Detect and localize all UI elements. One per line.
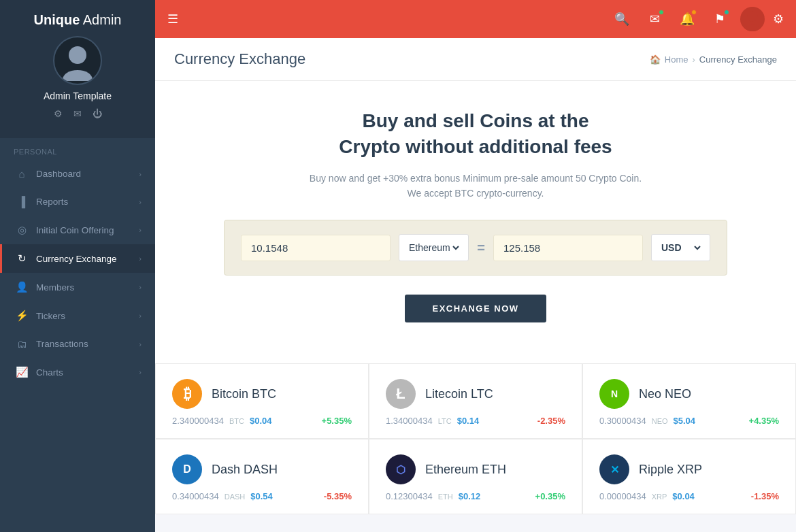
sidebar-item-label: Currency Exchange <box>36 254 117 264</box>
sidebar-section-personal: PERSONAL <box>0 138 155 160</box>
coin-card-header: D Dash DASH <box>172 454 352 484</box>
page-content: Currency Exchange 🏠 Home › Currency Exch… <box>155 38 796 532</box>
flag-button[interactable]: ⚑ <box>708 7 732 31</box>
search-icon: 🔍 <box>614 12 629 27</box>
chevron-right-icon: › <box>139 254 142 263</box>
sidebar-item-members[interactable]: 👤 Members › <box>0 273 155 301</box>
flag-icon: ⚑ <box>714 12 725 27</box>
notifications-button[interactable]: 🔔 <box>675 7 699 31</box>
coin-ticker: NEO <box>652 417 668 425</box>
user-actions: ⚙ ✉ ⏻ <box>11 108 144 119</box>
charts-icon: 📈 <box>16 366 28 378</box>
coin-price: $0.14 <box>457 416 480 426</box>
exchange-widget: Ethereum Bitcoin Litecoin Dash NEO Rippl… <box>224 220 727 276</box>
coin-ticker: DASH <box>225 493 246 501</box>
mail-icon[interactable]: ✉ <box>73 108 82 119</box>
coin-stats: 0.00000434 XRP $0.04 -1.35% <box>599 491 779 501</box>
user-avatar[interactable] <box>740 7 765 31</box>
brand-title: Unique Admin <box>11 12 144 28</box>
flag-badge <box>724 10 729 15</box>
sidebar-brand: Unique Admin Admin Template ⚙ ✉ ⏻ <box>0 0 155 138</box>
sidebar-item-charts[interactable]: 📈 Charts › <box>0 358 155 386</box>
sidebar-item-transactions[interactable]: 🗂 Transactions › <box>0 330 155 358</box>
coin-change: -5.35% <box>324 491 352 501</box>
mail-badge <box>659 10 664 15</box>
coin-card-dash: D Dash DASH 0.34000434 DASH $0.54 -5.35% <box>155 439 369 514</box>
result-input[interactable] <box>493 235 643 261</box>
sidebar-item-currency-exchange[interactable]: ↻ Currency Exchange › <box>0 244 155 273</box>
coin-stats: 0.30000434 NEO $5.04 +4.35% <box>599 416 779 426</box>
coin-change: -1.35% <box>751 491 779 501</box>
coin-card-header: ₿ Bitcoin BTC <box>172 379 352 409</box>
amount-input[interactable] <box>241 235 391 261</box>
sidebar-item-tickers[interactable]: ⚡ Tickers › <box>0 301 155 330</box>
coin-ticker: BTC <box>229 417 244 425</box>
chevron-right-icon: › <box>139 312 142 320</box>
coin-price: $0.04 <box>250 416 272 426</box>
breadcrumb-separator: › <box>692 54 695 65</box>
breadcrumb-home[interactable]: Home <box>665 54 689 65</box>
coin-price: $0.04 <box>672 491 695 501</box>
exchange-icon: ↻ <box>16 252 28 265</box>
page-title: Currency Exchange <box>174 50 305 68</box>
coin-amount: 0.12300434 <box>386 491 433 501</box>
coin-card-ltc: Ł Litecoin LTC 1.34000434 LTC $0.14 -2.3… <box>369 363 582 439</box>
ltc-icon: Ł <box>386 379 416 409</box>
sidebar-item-label: Initial Coin Offering <box>36 225 114 235</box>
coin-ticker: LTC <box>438 417 452 425</box>
neo-icon: N <box>599 379 629 409</box>
power-icon[interactable]: ⏻ <box>93 108 102 119</box>
sidebar-item-reports[interactable]: ▐ Reports › <box>0 188 155 216</box>
coin-stats: 0.12300434 ETH $0.12 +0.35% <box>386 491 565 501</box>
chevron-right-icon: › <box>139 170 142 178</box>
notifications-badge <box>691 10 697 15</box>
coin-card-header: Ł Litecoin LTC <box>386 379 565 409</box>
chevron-right-icon: › <box>139 368 142 376</box>
sidebar-item-label: Transactions <box>36 339 88 349</box>
exchange-now-button[interactable]: EXCHANGE NOW <box>405 295 546 322</box>
coin-card-header: ✕ Ripple XRP <box>599 454 779 484</box>
settings-icon[interactable]: ⚙ <box>54 108 63 119</box>
home-icon: ⌂ <box>16 168 28 180</box>
equals-sign: = <box>477 240 485 256</box>
coin-stats: 0.34000434 DASH $0.54 -5.35% <box>172 491 352 501</box>
hero-area: Buy and sell Coins at theCrypto without … <box>155 81 796 514</box>
members-icon: 👤 <box>16 281 28 293</box>
coin-name: Litecoin LTC <box>425 387 493 401</box>
coin-card-btc: ₿ Bitcoin BTC 2.340000434 BTC $0.04 +5.3… <box>155 363 369 439</box>
coin-ticker: ETH <box>438 493 453 501</box>
coin-amount: 0.34000434 <box>172 491 219 501</box>
coin-name: Dash DASH <box>212 463 278 477</box>
sidebar-item-dashboard[interactable]: ⌂ Dashboard › <box>0 160 155 188</box>
from-currency-select[interactable]: Ethereum Bitcoin Litecoin Dash NEO Rippl… <box>406 242 461 254</box>
mail-button[interactable]: ✉ <box>642 7 667 31</box>
coin-stats: 2.340000434 BTC $0.04 +5.35% <box>172 416 352 426</box>
coin-name: Ethereum ETH <box>425 463 506 477</box>
transactions-icon: 🗂 <box>16 338 28 350</box>
btc-icon: ₿ <box>172 379 202 409</box>
svg-point-0 <box>69 46 86 64</box>
tickers-icon: ⚡ <box>16 310 28 322</box>
chevron-right-icon: › <box>139 198 142 206</box>
search-button[interactable]: 🔍 <box>610 7 634 31</box>
coin-amount: 0.30000434 <box>599 416 646 426</box>
to-currency-select[interactable]: USD EUR GBP JPY <box>659 242 703 254</box>
page-header: Currency Exchange 🏠 Home › Currency Exch… <box>155 38 796 81</box>
coin-change: +4.35% <box>749 416 779 426</box>
avatar <box>53 36 102 85</box>
sidebar-item-label: Tickers <box>36 311 65 321</box>
breadcrumb-current: Currency Exchange <box>699 54 777 65</box>
chevron-right-icon: › <box>139 226 142 234</box>
gear-icon[interactable]: ⚙ <box>773 12 784 27</box>
hamburger-icon[interactable]: ☰ <box>167 12 178 27</box>
coin-ticker: XRP <box>652 493 667 501</box>
hero-subtitle: Buy now and get +30% extra bonus Minimum… <box>305 171 646 201</box>
coin-change: -2.35% <box>537 416 565 426</box>
coin-card-xrp: ✕ Ripple XRP 0.00000434 XRP $0.04 -1.35% <box>582 439 796 514</box>
eth-icon: ⬡ <box>386 454 416 484</box>
ico-icon: ◎ <box>16 224 28 236</box>
sidebar-item-ico[interactable]: ◎ Initial Coin Offering › <box>0 216 155 244</box>
coin-name: Neo NEO <box>639 387 691 401</box>
xrp-icon: ✕ <box>599 454 629 484</box>
breadcrumb-home-icon: 🏠 <box>650 54 661 65</box>
